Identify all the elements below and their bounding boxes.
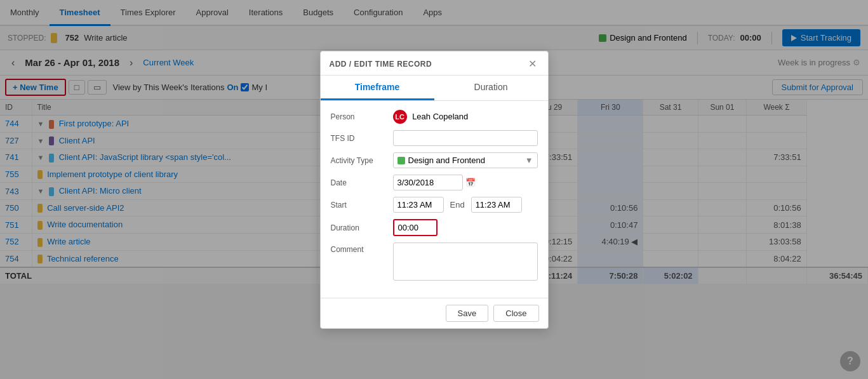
modal-header: ADD / EDIT TIME RECORD ✕ <box>321 51 548 76</box>
calendar-icon[interactable]: 📅 <box>465 178 476 187</box>
tfs-id-value <box>393 130 538 146</box>
activity-type-label: Activity Type <box>331 156 388 165</box>
person-label: Person <box>331 112 388 121</box>
date-value: 📅 <box>393 175 538 190</box>
comment-textarea[interactable] <box>393 243 538 281</box>
activity-dot <box>397 157 405 164</box>
duration-input[interactable] <box>393 219 437 236</box>
activity-type-value[interactable]: Design and Frontend ▼ <box>393 152 538 168</box>
dropdown-arrow-icon: ▼ <box>525 156 533 165</box>
modal-tabs: Timeframe Duration <box>321 76 548 101</box>
person-value: LC Leah Copeland <box>393 110 538 124</box>
modal-title: ADD / EDIT TIME RECORD <box>330 60 432 69</box>
modal-dialog: ADD / EDIT TIME RECORD ✕ Timeframe Durat… <box>320 51 549 284</box>
person-name: Leah Copeland <box>412 112 468 121</box>
comment-label: Comment <box>331 245 388 254</box>
duration-value <box>393 219 538 236</box>
activity-type-row: Activity Type Design and Frontend ▼ <box>331 152 538 168</box>
person-row: Person LC Leah Copeland <box>331 110 538 124</box>
date-input[interactable] <box>393 175 463 190</box>
comment-value <box>393 243 538 283</box>
tab-duration[interactable]: Duration <box>434 76 548 100</box>
start-label: Start <box>331 201 388 209</box>
modal-overlay[interactable]: ADD / EDIT TIME RECORD ✕ Timeframe Durat… <box>0 0 868 284</box>
start-end-value: End <box>393 197 538 213</box>
tfs-id-label: TFS ID <box>331 134 388 143</box>
activity-type-text: Design and Frontend <box>408 156 485 165</box>
start-end-row: Start End <box>331 197 538 213</box>
end-label: End <box>450 200 465 209</box>
modal-close-button[interactable]: ✕ <box>526 58 539 70</box>
tfs-id-row: TFS ID <box>331 130 538 146</box>
date-row: Date 📅 <box>331 175 538 190</box>
duration-label: Duration <box>331 223 388 232</box>
tab-timeframe[interactable]: Timeframe <box>321 76 434 100</box>
activity-type-select[interactable]: Design and Frontend ▼ <box>393 152 538 168</box>
modal-body: Person LC Leah Copeland TFS ID Activity … <box>321 101 548 284</box>
person-avatar: LC <box>393 110 407 124</box>
duration-row: Duration <box>331 219 538 236</box>
tfs-id-input[interactable] <box>393 130 538 146</box>
comment-row: Comment <box>331 243 538 283</box>
end-time-input[interactable] <box>471 197 522 213</box>
date-label: Date <box>331 178 388 187</box>
start-time-input[interactable] <box>393 197 444 213</box>
